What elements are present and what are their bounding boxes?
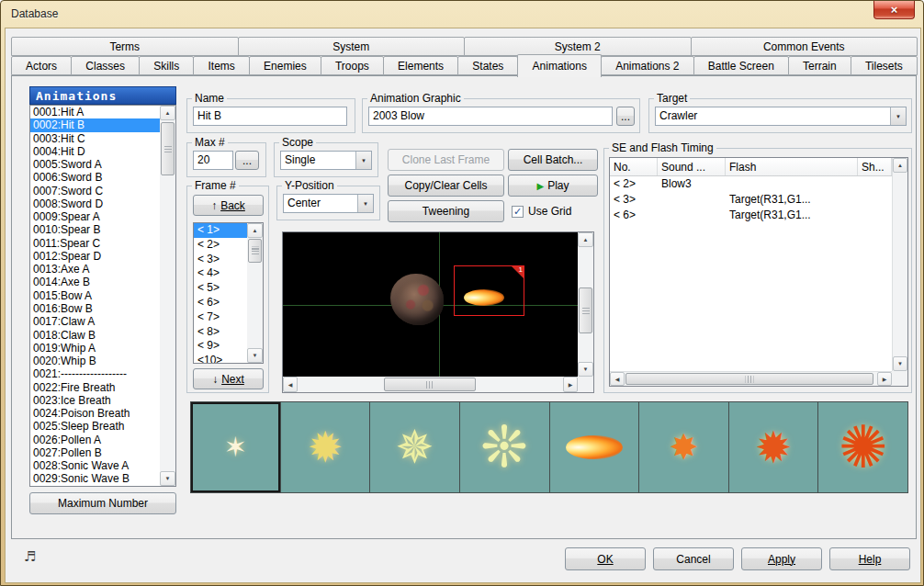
play-button[interactable]: ▶Play <box>508 175 598 197</box>
animation-list-item[interactable]: 0020:Whip B <box>30 355 160 367</box>
preview-horizontal-scrollbar[interactable]: ◀ ▶ <box>283 377 578 392</box>
animation-list-item[interactable]: 0012:Spear D <box>30 250 160 263</box>
copy-clear-cells-button[interactable]: Copy/Clear Cells <box>388 175 504 197</box>
animation-list-item[interactable]: 0003:Hit C <box>30 132 160 145</box>
frame-list-item[interactable]: < 5> <box>194 281 247 296</box>
max-spin-button[interactable]: ... <box>235 151 259 170</box>
animation-list-item[interactable]: 0022:Fire Breath <box>30 381 160 394</box>
animation-list-item[interactable]: 0018:Claw B <box>30 329 160 342</box>
apply-button[interactable]: Apply <box>741 547 822 570</box>
frame-list-item[interactable]: < 4> <box>194 266 247 281</box>
scroll-up-icon[interactable]: ▲ <box>247 223 263 238</box>
scroll-down-icon[interactable]: ▼ <box>893 356 907 371</box>
tab-row1-item[interactable]: System 2 <box>464 37 692 56</box>
animation-list-item[interactable]: 0025:Sleep Breath <box>30 420 160 433</box>
scope-select[interactable]: Single ▼ <box>280 151 372 170</box>
frame-next-button[interactable]: ↓Next <box>193 368 264 389</box>
animation-list-item[interactable]: 0009:Spear A <box>30 210 160 223</box>
scrollbar-thumb[interactable] <box>161 122 175 175</box>
animation-list-item[interactable]: 0004:Hit D <box>30 145 160 158</box>
frame-list-item[interactable]: < 2> <box>194 238 247 253</box>
tab-row2-item[interactable]: Items <box>193 56 250 75</box>
se-flash-row[interactable]: < 6> Target(R31,G1... <box>610 208 907 223</box>
cancel-button[interactable]: Cancel <box>653 547 734 570</box>
frame-list-scrollbar[interactable]: ▲ ▼ <box>247 223 263 363</box>
column-header-shadow[interactable]: Sh... <box>858 158 892 175</box>
palette-cell[interactable] <box>550 402 640 492</box>
preview-canvas[interactable]: 1 <box>283 232 578 377</box>
scroll-up-icon[interactable]: ▲ <box>578 232 593 247</box>
max-input[interactable]: 20 <box>193 151 233 170</box>
tab-row1-item[interactable]: System <box>238 37 466 56</box>
se-flash-row[interactable]: < 2> Blow3 <box>610 176 907 192</box>
tab-row2-item[interactable]: Tilesets <box>851 56 918 75</box>
close-button[interactable]: × <box>873 1 915 19</box>
animation-list-item[interactable]: 0021:------------------ <box>30 367 160 380</box>
animation-list-item[interactable]: 0002:Hit B <box>30 118 160 131</box>
palette-cell[interactable]: ✸ <box>639 402 729 492</box>
animation-list-item[interactable]: 0028:Sonic Wave A <box>30 459 160 472</box>
tab-row2-item[interactable]: Troops <box>321 56 384 75</box>
column-header-flash[interactable]: Flash <box>726 158 858 175</box>
animation-list-item[interactable]: 0015:Bow A <box>30 289 160 302</box>
scrollbar-thumb[interactable] <box>579 287 592 333</box>
frame-list-item[interactable]: < 1> <box>194 223 247 238</box>
scroll-down-icon[interactable]: ▼ <box>247 348 263 363</box>
column-header-no[interactable]: No. <box>610 158 658 175</box>
animation-list-item[interactable]: 0007:Sword C <box>30 185 160 197</box>
animation-list-item[interactable]: 0011:Spear C <box>30 237 160 250</box>
palette-cell[interactable]: ✶ <box>191 402 281 492</box>
help-button[interactable]: Help <box>829 547 910 570</box>
palette-cell[interactable]: ✹ <box>729 402 819 492</box>
tab-row2-item[interactable]: Elements <box>383 56 458 75</box>
y-position-select[interactable]: Center ▼ <box>283 194 374 213</box>
cell-batch-button[interactable]: Cell Batch... <box>508 149 598 171</box>
frame-back-button[interactable]: ↑Back <box>193 195 264 216</box>
se-table-horizontal-scrollbar[interactable]: ◀ ▶ <box>610 371 892 386</box>
target-select[interactable]: Crawler ▼ <box>655 107 907 126</box>
scroll-right-icon[interactable]: ▶ <box>877 372 892 386</box>
animation-list-item[interactable]: 0024:Poison Breath <box>30 407 160 420</box>
animation-graphic-input[interactable]: 2003 Blow <box>368 107 613 126</box>
animation-list-item[interactable]: 0010:Spear B <box>30 223 160 236</box>
animation-list-item[interactable]: 0006:Sword B <box>30 171 160 184</box>
use-grid-checkbox[interactable]: ✓ Use Grid <box>512 204 571 219</box>
scroll-down-icon[interactable]: ▼ <box>578 362 593 377</box>
name-input[interactable]: Hit B <box>193 107 347 126</box>
animation-list-item[interactable]: 0014:Axe B <box>30 276 160 288</box>
scroll-up-icon[interactable]: ▲ <box>893 158 907 173</box>
tab-row2-item[interactable]: Terrain <box>788 56 851 75</box>
ok-button[interactable]: OK <box>565 547 646 570</box>
animation-list-scrollbar[interactable]: ▲ ▼ <box>160 106 175 486</box>
animation-list-item[interactable]: 0027:Pollen B <box>30 446 160 459</box>
frame-list-item[interactable]: < 6> <box>194 296 247 310</box>
tab-row2-item[interactable]: Battle Screen <box>693 56 789 75</box>
tab-row2-item[interactable]: Animations <box>517 54 602 77</box>
tab-row2-item[interactable]: States <box>457 56 518 75</box>
frame-list-item[interactable]: < 9> <box>194 339 247 354</box>
palette-cell[interactable]: ✵ <box>370 402 460 492</box>
graphic-browse-button[interactable]: ... <box>616 107 635 126</box>
tab-row2-item[interactable]: Actors <box>11 56 72 75</box>
scroll-left-icon[interactable]: ◀ <box>283 377 298 392</box>
tab-row2-item[interactable]: Animations 2 <box>601 56 694 75</box>
palette-cell[interactable]: ❊ <box>460 402 550 492</box>
frame-list-item[interactable]: <10> <box>194 354 247 363</box>
animation-list-item[interactable]: 0008:Sword D <box>30 197 160 210</box>
scroll-down-icon[interactable]: ▼ <box>160 471 175 486</box>
scroll-up-icon[interactable]: ▲ <box>160 106 175 120</box>
tab-row2-item[interactable]: Classes <box>71 56 140 75</box>
scroll-left-icon[interactable]: ◀ <box>610 372 625 386</box>
tab-row1-item[interactable]: Terms <box>11 37 239 56</box>
animation-list-item[interactable]: 0029:Sonic Wave B <box>30 472 160 485</box>
animation-list-item[interactable]: 0016:Bow B <box>30 302 160 315</box>
titlebar[interactable]: Database × <box>1 1 923 28</box>
frame-list-item[interactable]: < 7> <box>194 310 247 325</box>
animation-list-item[interactable]: 0005:Sword A <box>30 158 160 171</box>
animation-list-item[interactable]: 0019:Whip A <box>30 342 160 355</box>
se-flash-row[interactable]: < 3> Target(R31,G1... <box>610 192 907 208</box>
column-header-sound[interactable]: Sound ... <box>658 158 726 175</box>
scrollbar-thumb[interactable] <box>384 378 476 391</box>
animation-list-item[interactable]: 0013:Axe A <box>30 263 160 276</box>
animation-list-item[interactable]: 0023:Ice Breath <box>30 394 160 407</box>
